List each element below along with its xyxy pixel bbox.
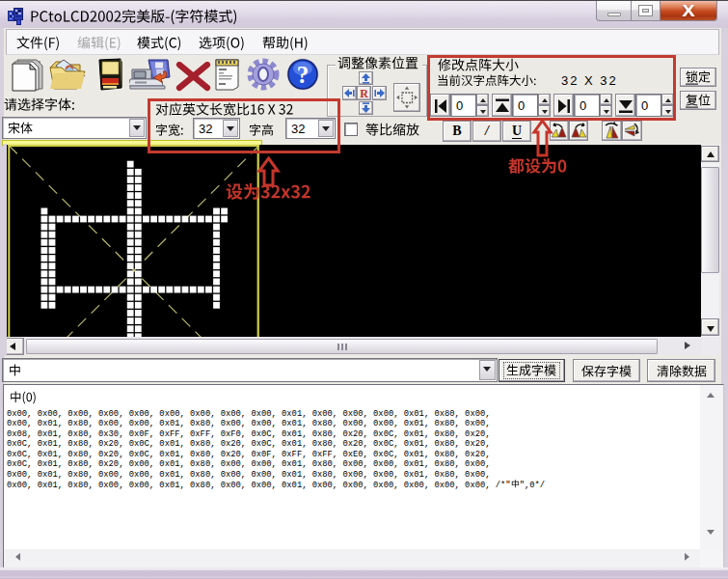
svg-text:?: ? <box>297 62 310 88</box>
